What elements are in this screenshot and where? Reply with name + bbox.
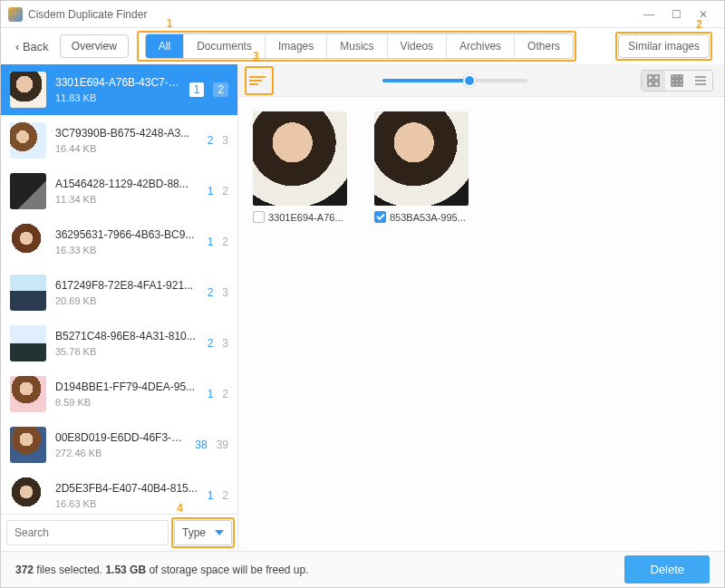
svg-rect-3 xyxy=(654,82,659,86)
list-item[interactable]: 3301E694-A76B-43C7-B8... 11.83 KB 12 xyxy=(1,64,237,115)
list-item[interactable]: 2D5E3FB4-E407-40B4-815...16.63 KB 12 xyxy=(1,470,237,514)
svg-rect-9 xyxy=(680,79,682,82)
thumbnail xyxy=(10,477,46,514)
thumbnail-size-slider[interactable] xyxy=(382,79,527,82)
tab-images[interactable]: Images xyxy=(266,34,327,58)
preview-checkbox[interactable] xyxy=(374,211,386,223)
preview-thumbnail xyxy=(253,111,347,206)
list-item[interactable]: A1546428-1129-42BD-88...11.34 KB 12 xyxy=(1,166,237,217)
type-dropdown[interactable]: Type xyxy=(174,520,232,545)
thumbnail xyxy=(10,376,46,412)
preview-filename: 853BA53A-995... xyxy=(390,212,466,223)
maximize-button[interactable]: ☐ xyxy=(662,4,690,25)
svg-rect-6 xyxy=(680,75,682,78)
window-title: Cisdem Duplicate Finder xyxy=(28,8,635,21)
annotation-1: 1 xyxy=(167,17,173,30)
preview-item[interactable]: 3301E694-A76... xyxy=(253,111,353,536)
list-item[interactable]: 3C79390B-B675-4248-A3...16.44 KB 23 xyxy=(1,115,237,166)
similar-images-button[interactable]: Similar images xyxy=(618,34,710,58)
file-size: 11.83 KB xyxy=(55,92,180,103)
svg-rect-4 xyxy=(672,75,674,78)
svg-rect-2 xyxy=(648,82,652,86)
svg-rect-8 xyxy=(676,79,679,82)
svg-rect-10 xyxy=(672,83,674,86)
thumbnail xyxy=(10,122,46,159)
duplicate-list[interactable]: 3301E694-A76B-43C7-B8... 11.83 KB 12 3C7… xyxy=(1,64,237,514)
list-item[interactable]: 00E8D019-E6DD-46F3-9E...272.46 KB 3839 xyxy=(1,419,237,470)
overview-button[interactable]: Overview xyxy=(60,34,129,58)
list-item[interactable]: 36295631-7966-4B63-BC9...16.33 KB 12 xyxy=(1,217,237,267)
category-tabs: All Documents Images Musics Videos Archi… xyxy=(145,34,574,59)
tab-musics[interactable]: Musics xyxy=(327,34,387,58)
tab-others[interactable]: Others xyxy=(515,34,573,58)
svg-rect-11 xyxy=(676,83,679,86)
annotation-2: 2 xyxy=(696,18,702,31)
view-grid-large-icon[interactable] xyxy=(642,71,665,91)
app-icon xyxy=(8,7,23,22)
preview-thumbnail xyxy=(374,111,469,206)
svg-rect-5 xyxy=(676,75,679,78)
close-button[interactable]: ✕ xyxy=(690,4,717,25)
thumbnail xyxy=(10,325,46,361)
annotation-3: 3 xyxy=(253,50,259,63)
svg-rect-7 xyxy=(672,79,674,82)
tab-all[interactable]: All xyxy=(146,34,184,58)
svg-rect-0 xyxy=(648,75,652,80)
preview-filename: 3301E694-A76... xyxy=(268,212,343,223)
delete-button[interactable]: Delete xyxy=(624,555,710,583)
view-mode-toggle xyxy=(641,70,713,92)
chevron-down-icon xyxy=(215,530,224,535)
list-item[interactable]: 617249F8-72E8-4FA1-921...20.69 KB 23 xyxy=(1,267,237,318)
preview-item[interactable]: 853BA53A-995... xyxy=(374,111,474,536)
view-list-icon[interactable] xyxy=(689,71,712,91)
svg-rect-12 xyxy=(680,83,682,86)
tab-videos[interactable]: Videos xyxy=(388,34,447,58)
preview-checkbox[interactable] xyxy=(253,211,265,223)
status-text: 372 files selected. 1.53 GB of storage s… xyxy=(15,564,624,576)
back-button[interactable]: ‹ Back xyxy=(15,40,49,53)
search-input[interactable] xyxy=(6,520,169,545)
thumbnail xyxy=(10,275,46,311)
tab-archives[interactable]: Archives xyxy=(447,34,515,58)
thumbnail xyxy=(10,427,46,463)
svg-rect-1 xyxy=(654,75,659,80)
sort-button[interactable] xyxy=(249,71,269,91)
annotation-4: 4 xyxy=(177,502,183,515)
list-item[interactable]: D194BBE1-FF79-4DEA-95...8.59 KB 12 xyxy=(1,369,237,419)
thumbnail xyxy=(10,72,46,108)
minimize-button[interactable]: — xyxy=(635,4,662,25)
view-grid-small-icon[interactable] xyxy=(665,71,689,91)
list-item[interactable]: B5271C48-96E8-4A31-810...35.78 KB 23 xyxy=(1,318,237,369)
thumbnail xyxy=(10,173,46,209)
thumbnail xyxy=(10,224,46,260)
file-name: 3301E694-A76B-43C7-B8... xyxy=(55,76,180,89)
